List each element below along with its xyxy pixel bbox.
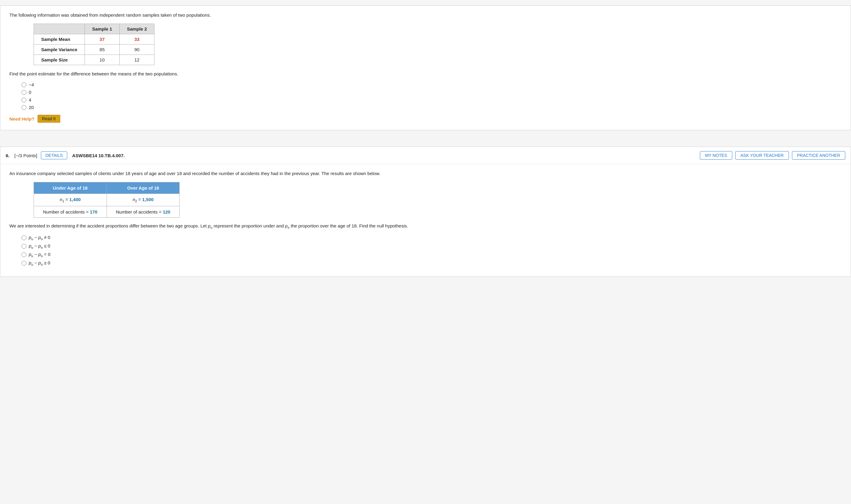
n2-label: n2 = bbox=[133, 197, 142, 202]
n1-label: n1 = bbox=[60, 197, 69, 202]
question-5-block: The following information was obtained f… bbox=[0, 5, 851, 130]
q5-row3-val2: 12 bbox=[120, 55, 155, 65]
q6-row1-col1: n1 = 1,400 bbox=[34, 194, 107, 206]
my-notes-button[interactable]: MY NOTES bbox=[700, 151, 732, 160]
q6-row2-col2: Number of accidents = 120 bbox=[107, 206, 180, 217]
table-row: n1 = 1,400 n2 = 1,500 bbox=[34, 194, 180, 206]
q6-header-under18: Under Age of 18 bbox=[34, 182, 107, 194]
q5-header-sample1: Sample 1 bbox=[85, 24, 120, 34]
question-6-block: 6. [−/3 Points] DETAILS ASWSBE14 10.TB.4… bbox=[0, 147, 851, 277]
q6-option-a[interactable]: pu − po ≠ 0 bbox=[21, 235, 841, 241]
q6-options: pu − po ≠ 0 pu − po ≤ 0 pu − po = 0 pu −… bbox=[21, 235, 841, 266]
n1-value: 1,400 bbox=[69, 197, 81, 202]
accidents1-value: 170 bbox=[90, 209, 97, 214]
q6-option-b-label: pu − po ≤ 0 bbox=[29, 243, 50, 249]
q6-hypothesis-question: We are interested in determining if the … bbox=[10, 222, 841, 230]
q5-radio-d[interactable] bbox=[21, 105, 26, 110]
q5-radio-c[interactable] bbox=[21, 97, 26, 102]
q5-row1-label: Sample Mean bbox=[34, 34, 85, 44]
q5-radio-a[interactable] bbox=[21, 83, 26, 87]
q6-radio-d[interactable] bbox=[21, 261, 26, 266]
q5-row2-val1: 85 bbox=[85, 44, 120, 55]
q5-option-d-label: 20 bbox=[29, 105, 34, 110]
q6-option-a-label: pu − po ≠ 0 bbox=[29, 235, 50, 241]
header-right-buttons: MY NOTES ASK YOUR TEACHER PRACTICE ANOTH… bbox=[700, 151, 845, 160]
ask-teacher-button[interactable]: ASK YOUR TEACHER bbox=[735, 151, 789, 160]
q6-radio-c[interactable] bbox=[21, 252, 26, 257]
q6-option-c-label: pu − po = 0 bbox=[29, 252, 50, 258]
q6-option-c[interactable]: pu − po = 0 bbox=[21, 252, 841, 258]
q5-option-c[interactable]: 4 bbox=[21, 97, 841, 102]
q5-option-c-label: 4 bbox=[29, 97, 31, 102]
need-help-label: Need Help? bbox=[10, 116, 35, 122]
question-6-body: An insurance company selected samples of… bbox=[0, 164, 851, 276]
q5-option-b[interactable]: 0 bbox=[21, 90, 841, 95]
q6-option-d[interactable]: pu − po ≥ 0 bbox=[21, 260, 841, 266]
q5-option-a-label: −4 bbox=[29, 82, 34, 87]
table-row: Sample Variance 85 90 bbox=[34, 44, 155, 55]
q5-row3-label: Sample Size bbox=[34, 55, 85, 65]
q6-age-table: Under Age of 18 Over Age of 18 n1 = 1,40… bbox=[34, 182, 180, 218]
q6-points: [−/3 Points] bbox=[15, 153, 37, 158]
practice-another-button[interactable]: PRACTICE ANOTHER bbox=[792, 151, 845, 160]
read-it-button[interactable]: Read It bbox=[38, 115, 60, 123]
q6-option-d-label: pu − po ≥ 0 bbox=[29, 260, 50, 266]
q5-header-empty bbox=[34, 24, 85, 34]
q6-radio-b[interactable] bbox=[21, 244, 26, 249]
q5-options: −4 0 4 20 bbox=[21, 82, 841, 110]
q5-data-table: Sample 1 Sample 2 Sample Mean 37 33 Samp… bbox=[34, 24, 155, 65]
q6-header-over18: Over Age of 18 bbox=[107, 182, 180, 194]
q5-row2-val2: 90 bbox=[120, 44, 155, 55]
table-row: Number of accidents = 170 Number of acci… bbox=[34, 206, 180, 217]
need-help-section: Need Help? Read It bbox=[10, 115, 841, 123]
separator bbox=[0, 136, 851, 141]
q5-row1-val1: 37 bbox=[85, 34, 120, 44]
q5-header-sample2: Sample 2 bbox=[120, 24, 155, 34]
table-row: Sample Mean 37 33 bbox=[34, 34, 155, 44]
q6-question-id: ASWSBE14 10.TB.4.007. bbox=[72, 153, 125, 158]
question-5-body: The following information was obtained f… bbox=[0, 6, 851, 130]
q5-row2-label: Sample Variance bbox=[34, 44, 85, 55]
details-button[interactable]: DETAILS bbox=[41, 151, 67, 159]
q6-radio-a[interactable] bbox=[21, 235, 26, 240]
table-row: Sample Size 10 12 bbox=[34, 55, 155, 65]
q5-option-a[interactable]: −4 bbox=[21, 82, 841, 87]
accidents2-value: 120 bbox=[163, 209, 170, 214]
q5-row1-val2: 33 bbox=[120, 34, 155, 44]
q5-radio-b[interactable] bbox=[21, 90, 26, 95]
q5-intro: The following information was obtained f… bbox=[10, 12, 841, 19]
q6-intro: An insurance company selected samples of… bbox=[10, 170, 841, 177]
q6-option-b[interactable]: pu − po ≤ 0 bbox=[21, 243, 841, 249]
n2-value: 1,500 bbox=[142, 197, 154, 202]
q5-option-d[interactable]: 20 bbox=[21, 105, 841, 110]
q6-row1-col2: n2 = 1,500 bbox=[107, 194, 180, 206]
q6-row2-col1: Number of accidents = 170 bbox=[34, 206, 107, 217]
question-6-header: 6. [−/3 Points] DETAILS ASWSBE14 10.TB.4… bbox=[0, 147, 851, 164]
q6-number: 6. bbox=[6, 153, 10, 158]
q5-row3-val1: 10 bbox=[85, 55, 120, 65]
q5-question: Find the point estimate for the differen… bbox=[10, 71, 841, 77]
q5-option-b-label: 0 bbox=[29, 90, 31, 95]
